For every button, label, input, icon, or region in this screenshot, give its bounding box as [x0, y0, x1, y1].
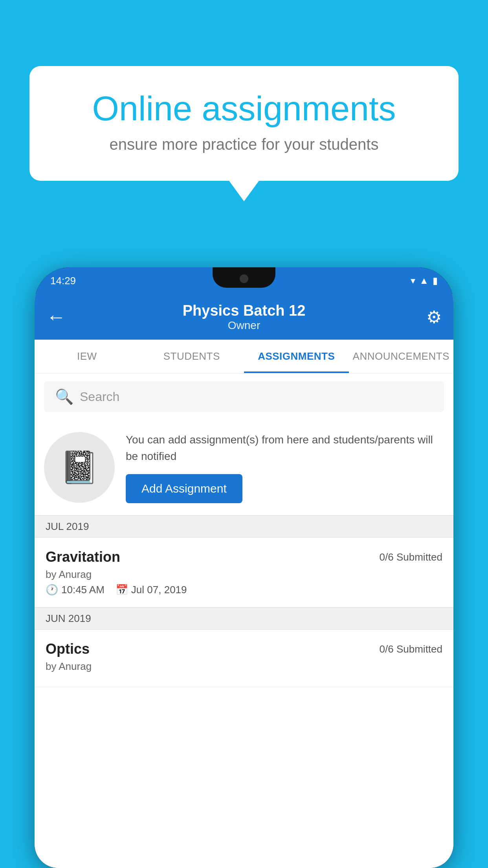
assignment-by: by Anurag [46, 568, 442, 581]
app-bar-title-group: Physics Batch 12 Owner [70, 302, 418, 332]
calendar-icon: 📅 [116, 584, 128, 596]
clock-icon: 🕐 [46, 584, 58, 596]
assignment-time: 🕐 10:45 AM [46, 584, 105, 596]
month-separator-jun: JUN 2019 [35, 607, 453, 630]
assignment-submitted-optics: 0/6 Submitted [380, 643, 442, 655]
app-bar-subtitle: Owner [70, 319, 418, 332]
promo-icon-circle: 📓 [44, 432, 115, 503]
battery-icon: ▮ [433, 275, 438, 286]
phone-screen: ← Physics Batch 12 Owner ⚙ IEW STUDENTS … [35, 294, 453, 868]
tabs-bar: IEW STUDENTS ASSIGNMENTS ANNOUNCEMENTS [35, 340, 453, 373]
status-bar: 14:29 ▾ ▲ ▮ [35, 267, 453, 294]
phone-notch [213, 267, 275, 288]
tab-announcements[interactable]: ANNOUNCEMENTS [349, 340, 454, 373]
tab-assignments[interactable]: ASSIGNMENTS [244, 340, 349, 373]
speech-bubble-title: Online assignments [57, 90, 431, 128]
tab-students[interactable]: STUDENTS [139, 340, 244, 373]
assignment-date-value: Jul 07, 2019 [131, 584, 187, 596]
app-content: 🔍 Search 📓 You can add assignment(s) fro… [35, 373, 453, 868]
assignment-item-gravitation[interactable]: Gravitation 0/6 Submitted by Anurag 🕐 10… [35, 538, 453, 607]
assignment-by-optics: by Anurag [46, 660, 442, 673]
app-bar-title: Physics Batch 12 [70, 302, 418, 319]
back-button[interactable]: ← [46, 305, 70, 328]
assignment-date: 📅 Jul 07, 2019 [116, 584, 187, 596]
assignment-submitted: 0/6 Submitted [380, 551, 442, 563]
assignment-header-optics: Optics 0/6 Submitted [46, 641, 442, 657]
signal-icon: ▲ [419, 275, 429, 286]
status-time: 14:29 [50, 275, 76, 287]
speech-bubble-subtitle: ensure more practice for your students [57, 136, 431, 153]
month-separator-jul: JUL 2019 [35, 515, 453, 538]
notebook-icon: 📓 [60, 449, 99, 486]
speech-bubble-card: Online assignments ensure more practice … [29, 66, 459, 181]
phone-frame: 14:29 ▾ ▲ ▮ ← Physics Batch 12 Owner ⚙ I… [35, 267, 453, 868]
add-assignment-button[interactable]: Add Assignment [126, 474, 242, 503]
assignment-meta: 🕐 10:45 AM 📅 Jul 07, 2019 [46, 584, 442, 596]
assignment-header: Gravitation 0/6 Submitted [46, 549, 442, 565]
search-icon: 🔍 [55, 388, 73, 405]
camera [240, 274, 248, 283]
promo-section: 📓 You can add assignment(s) from here an… [35, 420, 453, 515]
settings-icon[interactable]: ⚙ [418, 307, 442, 327]
search-input[interactable]: Search [80, 390, 119, 404]
wifi-icon: ▾ [411, 275, 415, 286]
assignment-title-optics: Optics [46, 641, 90, 657]
assignment-item-optics[interactable]: Optics 0/6 Submitted by Anurag [35, 630, 453, 687]
status-icons: ▾ ▲ ▮ [411, 275, 438, 286]
assignment-title: Gravitation [46, 549, 120, 565]
tab-iew[interactable]: IEW [35, 340, 139, 373]
search-bar-container: 🔍 Search [35, 373, 453, 420]
assignment-time-value: 10:45 AM [61, 584, 105, 596]
app-bar: ← Physics Batch 12 Owner ⚙ [35, 294, 453, 340]
promo-description: You can add assignment(s) from here and … [126, 432, 444, 465]
search-bar[interactable]: 🔍 Search [44, 381, 444, 412]
promo-text-area: You can add assignment(s) from here and … [126, 432, 444, 503]
